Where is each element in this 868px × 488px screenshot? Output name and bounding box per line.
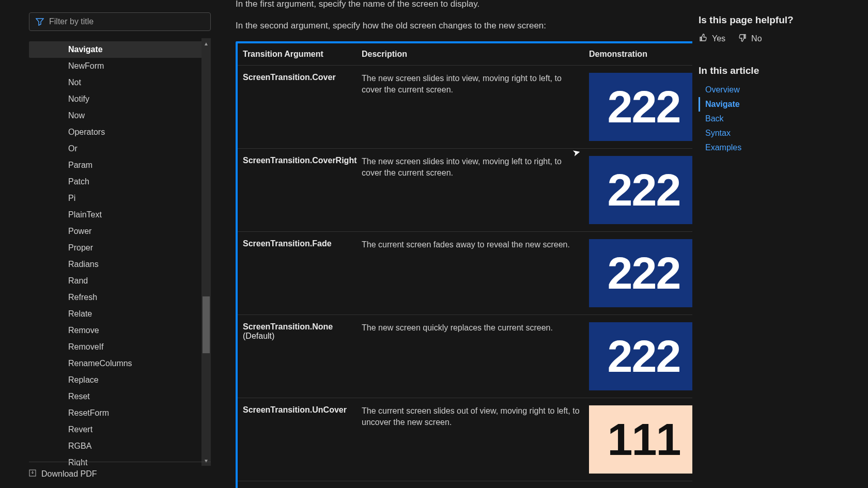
sidebar-item-not[interactable]: Not	[29, 74, 203, 91]
sidebar-item-reset[interactable]: Reset	[29, 388, 203, 405]
thumbs-down-icon	[738, 33, 747, 44]
demo-tile: 222	[589, 239, 692, 307]
demo-tile: 222	[589, 73, 692, 141]
scrollbar[interactable]: ▲ ▼	[202, 38, 211, 466]
transition-description: The new screen quickly replaces the curr…	[362, 322, 589, 334]
sidebar-item-operators[interactable]: Operators	[29, 124, 203, 140]
transition-argument: ScreenTransition.Cover	[243, 73, 362, 82]
transitions-table: Transition Argument Description Demonstr…	[236, 41, 692, 488]
toc-list: OverviewNavigateBackSyntaxExamples	[699, 83, 858, 155]
table-row: ScreenTransition.CoverThe new screen sli…	[238, 66, 692, 148]
transition-description: The current screen slides out of view, m…	[362, 405, 589, 428]
sidebar-item-remove[interactable]: Remove	[29, 322, 203, 339]
feedback-yes-label: Yes	[712, 34, 725, 43]
sidebar-item-pi[interactable]: Pi	[29, 190, 203, 207]
download-label: Download PDF	[41, 469, 97, 479]
feedback-no-button[interactable]: No	[738, 33, 762, 44]
download-pdf-link[interactable]: Download PDF	[29, 462, 211, 479]
intro-line-1: In the first argument, specify the name …	[236, 0, 674, 10]
sidebar-item-patch[interactable]: Patch	[29, 174, 203, 190]
filter-icon	[36, 18, 44, 26]
thumbs-up-icon	[699, 33, 708, 44]
nav-list: MonthNavigateNewFormNotNotifyNowOperator…	[29, 38, 203, 466]
transition-argument-sub: (Default)	[243, 332, 357, 341]
transition-argument: ScreenTransition.None(Default)	[243, 322, 362, 341]
filter-field[interactable]	[29, 12, 211, 31]
feedback-buttons: Yes No	[699, 33, 858, 44]
sidebar: MonthNavigateNewFormNotNotifyNowOperator…	[0, 0, 217, 488]
toc-item-examples[interactable]: Examples	[699, 140, 858, 155]
sidebar-item-navigate[interactable]: Navigate	[29, 41, 203, 58]
toc-item-syntax[interactable]: Syntax	[699, 126, 858, 140]
col-arg: Transition Argument	[243, 50, 362, 59]
table-row: ScreenTransition.UnCoverThe current scre…	[238, 398, 692, 481]
scroll-up-arrow[interactable]: ▲	[202, 38, 211, 49]
transition-description: The new screen slides into view, moving …	[362, 73, 589, 96]
feedback-title: Is this page helpful?	[699, 14, 858, 26]
sidebar-item-proper[interactable]: Proper	[29, 240, 203, 256]
sidebar-item-resetform[interactable]: ResetForm	[29, 405, 203, 421]
demo-tile: 222	[589, 322, 692, 390]
transition-argument: ScreenTransition.Fade	[243, 239, 362, 248]
sidebar-item-relate[interactable]: Relate	[29, 306, 203, 322]
sidebar-item-rgba[interactable]: RGBA	[29, 438, 203, 454]
toc-item-navigate[interactable]: Navigate	[699, 97, 858, 112]
transition-description: The new screen slides into view, moving …	[362, 156, 589, 179]
sidebar-item-or[interactable]: Or	[29, 140, 203, 157]
right-rail: Is this page helpful? Yes No In thi	[692, 0, 868, 488]
sidebar-item-replace[interactable]: Replace	[29, 372, 203, 388]
transition-argument: ScreenTransition.UnCover	[243, 405, 362, 415]
sidebar-item-plaintext[interactable]: PlainText	[29, 207, 203, 223]
table-header: Transition Argument Description Demonstr…	[238, 43, 692, 66]
intro-line-2: In the second argument, specify how the …	[236, 20, 674, 32]
toc-item-back[interactable]: Back	[699, 112, 858, 126]
download-icon	[29, 469, 36, 479]
transition-description: The current screen fades away to reveal …	[362, 239, 589, 250]
sidebar-item-renamecolumns[interactable]: RenameColumns	[29, 355, 203, 372]
demo-tile: 222	[589, 156, 692, 224]
feedback-yes-button[interactable]: Yes	[699, 33, 725, 44]
sidebar-item-refresh[interactable]: Refresh	[29, 289, 203, 306]
filter-input[interactable]	[49, 17, 204, 26]
sidebar-item-now[interactable]: Now	[29, 107, 203, 124]
col-desc: Description	[362, 50, 589, 59]
sidebar-item-revert[interactable]: Revert	[29, 421, 203, 438]
table-row: ScreenTransition.CoverRightThe new scree…	[238, 148, 692, 231]
table-row: ScreenTransition.UnCoverRightThe current…	[238, 481, 692, 488]
sidebar-item-rand[interactable]: Rand	[29, 273, 203, 289]
table-row: ScreenTransition.FadeThe current screen …	[238, 231, 692, 314]
sidebar-item-power[interactable]: Power	[29, 223, 203, 240]
sidebar-item-newform[interactable]: NewForm	[29, 58, 203, 74]
sidebar-item-radians[interactable]: Radians	[29, 256, 203, 273]
toc-item-overview[interactable]: Overview	[699, 83, 858, 97]
transition-argument: ScreenTransition.CoverRight	[243, 156, 362, 165]
sidebar-item-param[interactable]: Param	[29, 157, 203, 174]
table-row: ScreenTransition.None(Default)The new sc…	[238, 314, 692, 398]
scrollbar-thumb[interactable]	[203, 296, 210, 353]
demo-tile: 111	[589, 405, 692, 474]
sidebar-item-removeif[interactable]: RemoveIf	[29, 339, 203, 355]
sidebar-item-notify[interactable]: Notify	[29, 91, 203, 107]
col-demo: Demonstration	[589, 50, 692, 59]
feedback-no-label: No	[751, 34, 762, 43]
nav-scroll-area: MonthNavigateNewFormNotNotifyNowOperator…	[29, 38, 211, 466]
main-content: In the first argument, specify the name …	[217, 0, 692, 488]
toc-title: In this article	[699, 65, 858, 76]
